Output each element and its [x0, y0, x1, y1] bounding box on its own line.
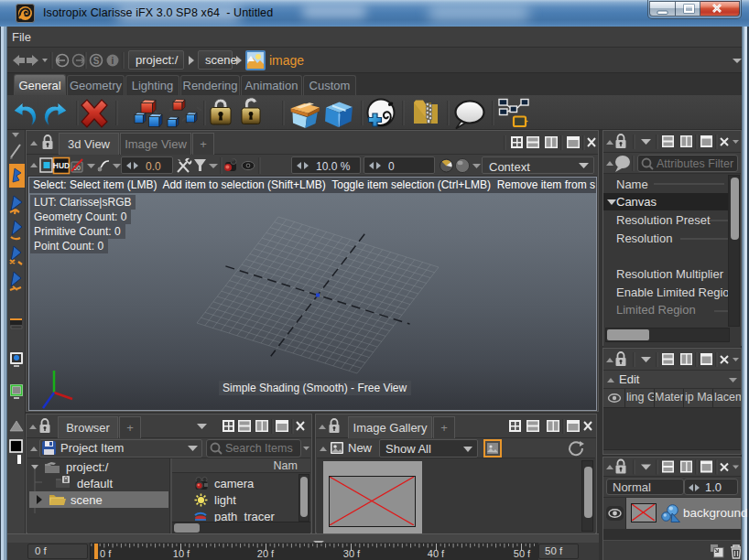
svg-text:i: i: [112, 56, 114, 66]
svg-text:HUD: HUD: [53, 161, 70, 170]
svg-text:30 f: 30 f: [343, 548, 361, 559]
svg-text:default: default: [77, 477, 113, 490]
svg-text:40 f: 40 f: [428, 548, 445, 559]
svg-text:50 f: 50 f: [514, 548, 531, 559]
svg-text:20 f: 20 f: [257, 548, 275, 559]
svg-text:light: light: [214, 493, 236, 507]
svg-text:S: S: [93, 56, 100, 66]
svg-text:10 f: 10 f: [173, 548, 190, 559]
svg-text:camera: camera: [214, 477, 255, 490]
svg-text:project:/: project:/: [66, 460, 109, 474]
svg-text:0 f: 0 f: [100, 548, 112, 559]
svg-text:scene: scene: [71, 493, 103, 507]
